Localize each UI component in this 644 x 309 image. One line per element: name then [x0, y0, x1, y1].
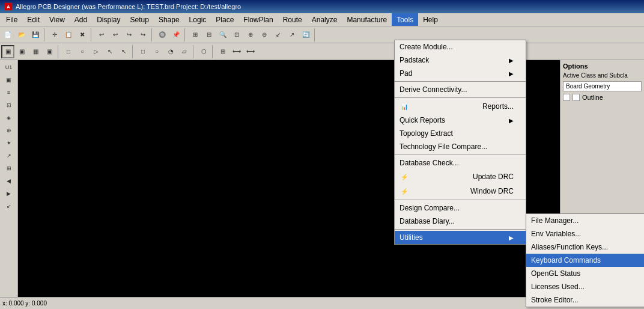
- menu-database-diary[interactable]: Database Diary...: [395, 215, 526, 228]
- toolbar-3d[interactable]: ⊞: [216, 45, 229, 58]
- toolbar-save[interactable]: 💾: [29, 28, 42, 41]
- menu-quick-reports[interactable]: Quick Reports ▶: [395, 114, 526, 127]
- toolbar-place-text[interactable]: ▷: [90, 45, 103, 58]
- menu-add[interactable]: Add: [70, 13, 92, 26]
- toolbar-undo[interactable]: ↩: [95, 28, 108, 41]
- sidebar-btn-2[interactable]: ▣: [2, 74, 16, 86]
- menu-keyboard-commands[interactable]: Keyboard Commands: [526, 254, 644, 267]
- menu-edit[interactable]: Edit: [22, 13, 44, 26]
- sidebar-btn-12[interactable]: ↙: [2, 200, 16, 212]
- toolbar-zoom-next[interactable]: ↗: [285, 28, 299, 41]
- board-geometry-field[interactable]: Board Geometry: [563, 81, 642, 91]
- toolbar-open[interactable]: 📂: [15, 28, 28, 41]
- toolbar-measure[interactable]: ⟷: [230, 45, 243, 58]
- menu-utilities[interactable]: Utilities ▶: [395, 231, 526, 244]
- toolbar-sep2: [91, 28, 93, 41]
- toolbar-redo[interactable]: ↪: [123, 28, 136, 41]
- toolbar-zoom-prev[interactable]: ↙: [272, 28, 285, 41]
- outline-row: Outline: [563, 94, 642, 101]
- toolbar-rat[interactable]: 🔘: [156, 28, 169, 41]
- menu-window-drc[interactable]: ⚡ Window DRC: [395, 184, 526, 198]
- titlebar: A Allegro PCB Designer (was Performance …: [0, 0, 644, 13]
- toolbar-add-connect[interactable]: ✛: [48, 28, 61, 41]
- toolbar-t1[interactable]: ▣: [1, 45, 14, 58]
- menu-database-check[interactable]: Database Check...: [395, 156, 526, 170]
- toolbar-rect[interactable]: □: [136, 45, 150, 58]
- sidebar-btn-4[interactable]: ⊡: [2, 99, 16, 111]
- toolbar-zoom-in2[interactable]: ⊕: [244, 28, 257, 41]
- toolbar-delete[interactable]: ✖: [76, 28, 89, 41]
- sidebar-btn-11[interactable]: ▶: [2, 188, 16, 200]
- menu-topology-extract[interactable]: Topology Extract: [395, 127, 526, 140]
- toolbar2-sep4: [212, 45, 214, 58]
- menu-shape[interactable]: Shape: [154, 13, 184, 26]
- menu-logic[interactable]: Logic: [184, 13, 211, 26]
- toolbar-zoom-in[interactable]: 🔍: [216, 28, 229, 41]
- reports-icon: 📊: [399, 102, 409, 111]
- toolbar-new[interactable]: 📄: [1, 28, 14, 41]
- menu-update-drc[interactable]: ⚡ Update DRC: [395, 170, 526, 184]
- sidebar-btn-5[interactable]: ◈: [2, 112, 16, 124]
- menubar: File Edit View Add Display Setup Shape L…: [0, 13, 644, 26]
- toolbar2-sep1: [58, 45, 60, 58]
- toolbar-grid[interactable]: ⊞: [189, 28, 202, 41]
- toolbar-zoom-out[interactable]: ⊖: [258, 28, 271, 41]
- menu-tech-file-compare[interactable]: Technology File Compare...: [395, 140, 526, 153]
- menu-analyze[interactable]: Analyze: [307, 13, 342, 26]
- menu-aliases-function-keys[interactable]: Aliases/Function Keys...: [526, 240, 644, 254]
- toolbar-poly[interactable]: ▱: [178, 45, 191, 58]
- menu-tools[interactable]: Tools: [392, 13, 418, 26]
- menu-manufacture[interactable]: Manufacture: [342, 13, 392, 26]
- menu-pad[interactable]: Pad ▶: [395, 67, 526, 80]
- sep4: [395, 200, 526, 200]
- toolbar-zoom-fit[interactable]: ⊡: [230, 28, 243, 41]
- outline-checkbox[interactable]: [563, 94, 570, 101]
- sidebar-btn-9[interactable]: ⊞: [2, 162, 16, 174]
- menu-flowplan[interactable]: FlowPlan: [238, 13, 278, 26]
- sidebar-btn-6[interactable]: ⊕: [2, 124, 16, 136]
- menu-reports[interactable]: 📊 Reports...: [395, 99, 526, 114]
- menu-env-variables[interactable]: Env Variables...: [526, 227, 644, 240]
- menu-design-compare[interactable]: Design Compare...: [395, 201, 526, 215]
- toolbar-grid2[interactable]: ⊟: [202, 28, 216, 41]
- outline-checkbox2[interactable]: [573, 94, 580, 101]
- menu-opengl-status[interactable]: OpenGL Status: [526, 267, 644, 280]
- toolbar-copy[interactable]: 📋: [62, 28, 75, 41]
- toolbar-deselect[interactable]: ↖: [117, 45, 130, 58]
- menu-padstack[interactable]: Padstack ▶: [395, 54, 526, 67]
- toolbar-pin[interactable]: 📌: [169, 28, 183, 41]
- toolbar-undo2[interactable]: ↩: [109, 28, 122, 41]
- toolbar-t2[interactable]: ▣: [15, 45, 28, 58]
- sidebar-btn-3[interactable]: ≡: [2, 87, 16, 99]
- menu-setup[interactable]: Setup: [126, 13, 154, 26]
- toolbar-t4[interactable]: ▣: [43, 45, 56, 58]
- toolbar-place-pin[interactable]: ○: [76, 45, 89, 58]
- menu-derive-connectivity[interactable]: Derive Connectivity...: [395, 83, 526, 96]
- menu-licenses-used[interactable]: Licenses Used...: [526, 280, 644, 293]
- toolbar-via[interactable]: ⬡: [197, 45, 210, 58]
- toolbar-select[interactable]: ↖: [103, 45, 117, 58]
- menu-create-module[interactable]: Create Module...: [395, 40, 526, 54]
- sidebar-btn-10[interactable]: ◀: [2, 175, 16, 187]
- toolbar-circ[interactable]: ○: [150, 45, 163, 58]
- toolbar-t3[interactable]: ▦: [29, 45, 42, 58]
- toolbar-drc[interactable]: ⟷: [244, 45, 257, 58]
- menu-file[interactable]: File: [1, 13, 22, 26]
- menu-file-manager[interactable]: File Manager...: [526, 214, 644, 227]
- menu-view[interactable]: View: [44, 13, 70, 26]
- utilities-dropdown: File Manager... Env Variables... Aliases…: [526, 213, 644, 307]
- toolbar-place-comp[interactable]: □: [62, 45, 75, 58]
- toolbar-redo2[interactable]: ↪: [136, 28, 150, 41]
- toolbar-refresh[interactable]: 🔄: [299, 28, 312, 41]
- sidebar-btn-8[interactable]: ↗: [2, 150, 16, 162]
- menu-stroke-editor[interactable]: Stroke Editor...: [526, 293, 644, 307]
- menu-display[interactable]: Display: [92, 13, 125, 26]
- sidebar-btn-1[interactable]: U1: [2, 61, 16, 73]
- menu-help[interactable]: Help: [418, 13, 443, 26]
- menu-place[interactable]: Place: [211, 13, 238, 26]
- sidebar-btn-7[interactable]: ✦: [2, 137, 16, 149]
- toolbar-arc[interactable]: ◔: [164, 45, 177, 58]
- window-drc-icon: ⚡: [399, 186, 409, 196]
- outline-label: Outline: [582, 94, 603, 101]
- menu-route[interactable]: Route: [278, 13, 307, 26]
